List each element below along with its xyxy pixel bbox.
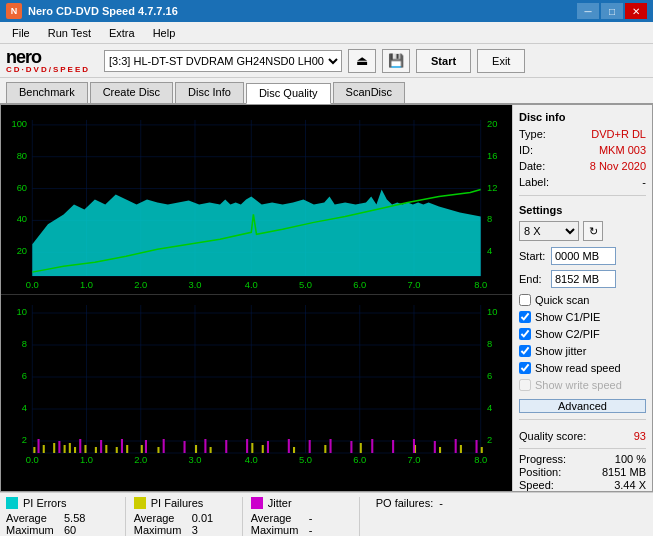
chart-bottom: 10 8 6 4 2 10 8 6 4 2 0.0 1.0 2.0 3.0 4.… [1,295,512,465]
progress-label: Progress: [519,453,566,465]
svg-text:6.0: 6.0 [353,455,366,465]
tab-disc-quality[interactable]: Disc Quality [246,83,331,104]
svg-text:1.0: 1.0 [80,455,93,465]
pi-failures-max-value: 3 [192,524,198,536]
svg-rect-87 [267,441,269,453]
tab-create-disc[interactable]: Create Disc [90,82,173,103]
advanced-button[interactable]: Advanced [519,399,646,413]
show-jitter-label: Show jitter [535,345,586,357]
svg-rect-59 [95,447,97,453]
stats-divider-2 [242,497,243,536]
tab-scan-disc[interactable]: ScanDisc [333,82,405,103]
start-button[interactable]: Start [416,49,471,73]
pi-failures-block: PI Failures Average 0.01 Maximum 3 Total… [134,497,234,536]
svg-rect-53 [43,445,45,453]
app-icon: N [6,3,22,19]
pi-errors-avg-label: Average [6,512,58,524]
pi-errors-label: PI Errors [23,497,66,509]
nero-logo-subtitle: CD·DVD/SPEED [6,66,90,74]
id-value: MKM 003 [599,144,646,156]
show-write-speed-checkbox[interactable] [519,379,531,391]
svg-rect-97 [476,440,478,453]
show-c1-pie-checkbox[interactable] [519,311,531,323]
svg-rect-84 [204,439,206,453]
svg-text:2: 2 [487,435,492,445]
svg-text:10: 10 [17,307,27,317]
show-c2-pif-checkbox[interactable] [519,328,531,340]
pi-failures-avg-value: 0.01 [192,512,213,524]
svg-rect-76 [38,439,40,453]
start-input[interactable] [551,247,616,265]
eject-button[interactable]: ⏏ [348,49,376,73]
svg-text:3.0: 3.0 [188,280,201,290]
svg-rect-66 [210,447,212,453]
pi-failures-color-box [134,497,146,509]
type-label: Type: [519,128,546,140]
svg-rect-89 [309,440,311,453]
end-input[interactable] [551,270,616,288]
disc-label-label: Label: [519,176,549,188]
svg-text:7.0: 7.0 [407,280,420,290]
tab-benchmark[interactable]: Benchmark [6,82,88,103]
jitter-max-value: - [309,524,313,536]
show-read-speed-label: Show read speed [535,362,621,374]
menu-extra[interactable]: Extra [101,25,143,41]
minimize-button[interactable]: ─ [577,3,599,19]
progress-value: 100 % [615,453,646,465]
svg-rect-57 [74,447,76,453]
menubar: File Run Test Extra Help [0,22,653,44]
close-button[interactable]: ✕ [625,3,647,19]
svg-rect-65 [195,445,197,453]
position-label: Position: [519,466,561,478]
pi-failures-max-label: Maximum [134,524,186,536]
svg-text:60: 60 [17,183,27,193]
menu-help[interactable]: Help [145,25,184,41]
menu-file[interactable]: File [4,25,38,41]
svg-rect-68 [262,445,264,453]
speed-value: 3.44 X [614,479,646,491]
date-label: Date: [519,160,545,172]
show-write-speed-label: Show write speed [535,379,622,391]
pi-errors-color-box [6,497,18,509]
svg-rect-77 [58,441,60,453]
menu-run-test[interactable]: Run Test [40,25,99,41]
exit-button[interactable]: Exit [477,49,525,73]
jitter-max-label: Maximum [251,524,303,536]
save-button[interactable]: 💾 [382,49,410,73]
pi-failures-label: PI Failures [151,497,204,509]
stats-divider-1 [125,497,126,536]
pi-errors-block: PI Errors Average 5.58 Maximum 60 Total … [6,497,117,536]
maximize-button[interactable]: □ [601,3,623,19]
speed-select[interactable]: Max1 X2 X4 X8 X16 X [519,221,579,241]
svg-text:6.0: 6.0 [353,280,366,290]
svg-rect-54 [53,443,55,453]
start-label: Start: [519,250,547,262]
tab-disc-info[interactable]: Disc Info [175,82,244,103]
svg-text:8: 8 [487,215,492,225]
svg-rect-58 [84,445,86,453]
nero-logo: nero CD·DVD/SPEED [6,48,90,74]
disc-label-value: - [642,176,646,188]
svg-rect-55 [64,445,66,453]
svg-text:12: 12 [487,183,497,193]
pi-errors-avg-value: 5.58 [64,512,85,524]
refresh-button[interactable]: ↻ [583,221,603,241]
svg-text:4: 4 [487,403,492,413]
svg-rect-36 [1,295,512,465]
svg-text:10: 10 [487,307,497,317]
svg-rect-78 [79,439,81,453]
svg-rect-81 [145,440,147,453]
svg-rect-91 [350,441,352,453]
svg-text:0.0: 0.0 [26,455,39,465]
quick-scan-checkbox[interactable] [519,294,531,306]
drive-select[interactable]: [3:3] HL-DT-ST DVDRAM GH24NSD0 LH00 [104,50,342,72]
svg-text:4.0: 4.0 [245,455,258,465]
disc-info-title: Disc info [519,111,646,123]
svg-text:4: 4 [487,246,492,256]
svg-rect-70 [324,445,326,453]
show-jitter-checkbox[interactable] [519,345,531,357]
svg-rect-94 [413,439,415,453]
svg-rect-60 [105,445,107,453]
show-read-speed-checkbox[interactable] [519,362,531,374]
divider-2 [519,419,646,420]
